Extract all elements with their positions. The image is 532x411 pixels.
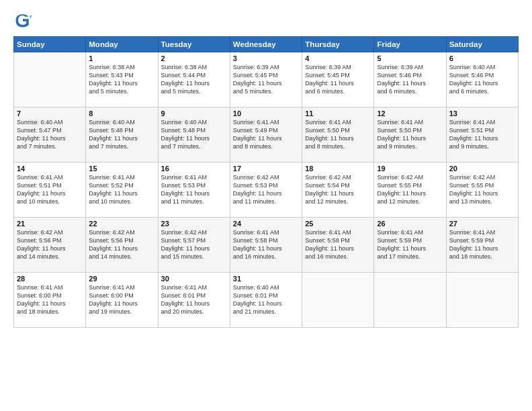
cell-info: Sunrise: 6:42 AM Sunset: 5:53 PM Dayligh… <box>233 173 299 206</box>
calendar-cell: 21Sunrise: 6:42 AM Sunset: 5:56 PM Dayli… <box>14 218 86 273</box>
cell-info: Sunrise: 6:38 AM Sunset: 5:43 PM Dayligh… <box>89 63 154 96</box>
day-number: 23 <box>161 220 227 228</box>
calendar-cell: 24Sunrise: 6:41 AM Sunset: 5:58 PM Dayli… <box>230 218 302 273</box>
calendar-cell <box>302 273 374 328</box>
calendar-cell: 20Sunrise: 6:42 AM Sunset: 5:55 PM Dayli… <box>446 163 518 218</box>
header-day-thursday: Thursday <box>302 37 374 52</box>
day-number: 18 <box>305 165 371 173</box>
calendar-cell: 2Sunrise: 6:38 AM Sunset: 5:44 PM Daylig… <box>158 52 230 107</box>
calendar-table: SundayMondayTuesdayWednesdayThursdayFrid… <box>13 36 519 328</box>
header-row: SundayMondayTuesdayWednesdayThursdayFrid… <box>14 37 519 52</box>
calendar-cell <box>446 273 518 328</box>
cell-info: Sunrise: 6:42 AM Sunset: 5:55 PM Dayligh… <box>449 173 515 206</box>
cell-info: Sunrise: 6:38 AM Sunset: 5:44 PM Dayligh… <box>161 63 227 96</box>
day-number: 26 <box>377 220 443 228</box>
header-day-saturday: Saturday <box>446 37 518 52</box>
page: SundayMondayTuesdayWednesdayThursdayFrid… <box>0 0 532 334</box>
calendar-cell: 14Sunrise: 6:41 AM Sunset: 5:51 PM Dayli… <box>14 163 86 218</box>
cell-info: Sunrise: 6:41 AM Sunset: 5:59 PM Dayligh… <box>449 228 515 261</box>
cell-info: Sunrise: 6:42 AM Sunset: 5:54 PM Dayligh… <box>305 173 371 206</box>
cell-info: Sunrise: 6:42 AM Sunset: 5:57 PM Dayligh… <box>161 228 227 261</box>
calendar-cell <box>374 273 446 328</box>
cell-info: Sunrise: 6:41 AM Sunset: 5:53 PM Dayligh… <box>161 173 227 206</box>
calendar-cell: 7Sunrise: 6:40 AM Sunset: 5:47 PM Daylig… <box>14 107 86 163</box>
calendar-cell: 1Sunrise: 6:38 AM Sunset: 5:43 PM Daylig… <box>86 52 158 107</box>
week-row-4: 21Sunrise: 6:42 AM Sunset: 5:56 PM Dayli… <box>14 218 519 273</box>
cell-info: Sunrise: 6:41 AM Sunset: 5:50 PM Dayligh… <box>305 118 371 151</box>
day-number: 13 <box>449 109 515 118</box>
week-row-2: 7Sunrise: 6:40 AM Sunset: 5:47 PM Daylig… <box>14 107 519 163</box>
cell-info: Sunrise: 6:41 AM Sunset: 6:00 PM Dayligh… <box>89 283 154 316</box>
calendar-cell: 29Sunrise: 6:41 AM Sunset: 6:00 PM Dayli… <box>86 273 158 328</box>
cell-info: Sunrise: 6:41 AM Sunset: 6:00 PM Dayligh… <box>17 283 83 316</box>
day-number: 29 <box>89 275 154 283</box>
day-number: 19 <box>377 165 443 173</box>
day-number: 4 <box>305 54 371 62</box>
calendar-cell: 28Sunrise: 6:41 AM Sunset: 6:00 PM Dayli… <box>14 273 86 328</box>
day-number: 31 <box>233 275 299 283</box>
cell-info: Sunrise: 6:39 AM Sunset: 5:46 PM Dayligh… <box>377 63 443 96</box>
cell-info: Sunrise: 6:41 AM Sunset: 5:59 PM Dayligh… <box>377 228 443 261</box>
header-day-tuesday: Tuesday <box>158 37 230 52</box>
day-number: 30 <box>161 275 227 283</box>
day-number: 21 <box>17 220 83 228</box>
cell-info: Sunrise: 6:40 AM Sunset: 5:46 PM Dayligh… <box>449 63 515 96</box>
calendar-cell: 26Sunrise: 6:41 AM Sunset: 5:59 PM Dayli… <box>374 218 446 273</box>
day-number: 2 <box>161 54 227 62</box>
calendar-cell: 19Sunrise: 6:42 AM Sunset: 5:55 PM Dayli… <box>374 163 446 218</box>
calendar-cell: 31Sunrise: 6:40 AM Sunset: 6:01 PM Dayli… <box>230 273 302 328</box>
day-number: 27 <box>449 220 515 228</box>
logo <box>13 11 35 30</box>
header-day-sunday: Sunday <box>14 37 86 52</box>
calendar-cell: 5Sunrise: 6:39 AM Sunset: 5:46 PM Daylig… <box>374 52 446 107</box>
day-number: 17 <box>233 165 299 173</box>
day-number: 1 <box>89 54 154 62</box>
calendar-cell: 22Sunrise: 6:42 AM Sunset: 5:56 PM Dayli… <box>86 218 158 273</box>
day-number: 25 <box>305 220 371 228</box>
calendar-cell <box>14 52 86 107</box>
cell-info: Sunrise: 6:41 AM Sunset: 5:49 PM Dayligh… <box>233 118 299 151</box>
calendar-cell: 30Sunrise: 6:41 AM Sunset: 6:01 PM Dayli… <box>158 273 230 328</box>
cell-info: Sunrise: 6:41 AM Sunset: 5:58 PM Dayligh… <box>233 228 299 261</box>
day-number: 10 <box>233 109 299 118</box>
week-row-1: 1Sunrise: 6:38 AM Sunset: 5:43 PM Daylig… <box>14 52 519 107</box>
day-number: 22 <box>89 220 154 228</box>
calendar-cell: 4Sunrise: 6:39 AM Sunset: 5:45 PM Daylig… <box>302 52 374 107</box>
calendar-cell: 10Sunrise: 6:41 AM Sunset: 5:49 PM Dayli… <box>230 107 302 163</box>
cell-info: Sunrise: 6:41 AM Sunset: 5:51 PM Dayligh… <box>17 173 83 206</box>
cell-info: Sunrise: 6:39 AM Sunset: 5:45 PM Dayligh… <box>305 63 371 96</box>
day-number: 5 <box>377 54 443 62</box>
header-day-wednesday: Wednesday <box>230 37 302 52</box>
week-row-5: 28Sunrise: 6:41 AM Sunset: 6:00 PM Dayli… <box>14 273 519 328</box>
cell-info: Sunrise: 6:42 AM Sunset: 5:56 PM Dayligh… <box>89 228 154 261</box>
cell-info: Sunrise: 6:41 AM Sunset: 5:50 PM Dayligh… <box>377 118 443 151</box>
day-number: 9 <box>161 109 227 118</box>
day-number: 28 <box>17 275 83 283</box>
calendar-cell: 27Sunrise: 6:41 AM Sunset: 5:59 PM Dayli… <box>446 218 518 273</box>
calendar-cell: 12Sunrise: 6:41 AM Sunset: 5:50 PM Dayli… <box>374 107 446 163</box>
day-number: 3 <box>233 54 299 62</box>
day-number: 12 <box>377 109 443 118</box>
calendar-cell: 3Sunrise: 6:39 AM Sunset: 5:45 PM Daylig… <box>230 52 302 107</box>
header-day-monday: Monday <box>86 37 158 52</box>
calendar-cell: 9Sunrise: 6:40 AM Sunset: 5:48 PM Daylig… <box>158 107 230 163</box>
cell-info: Sunrise: 6:40 AM Sunset: 5:48 PM Dayligh… <box>89 118 154 151</box>
calendar-cell: 25Sunrise: 6:41 AM Sunset: 5:58 PM Dayli… <box>302 218 374 273</box>
calendar-cell: 15Sunrise: 6:41 AM Sunset: 5:52 PM Dayli… <box>86 163 158 218</box>
calendar-cell: 18Sunrise: 6:42 AM Sunset: 5:54 PM Dayli… <box>302 163 374 218</box>
calendar-cell: 16Sunrise: 6:41 AM Sunset: 5:53 PM Dayli… <box>158 163 230 218</box>
day-number: 20 <box>449 165 515 173</box>
cell-info: Sunrise: 6:42 AM Sunset: 5:55 PM Dayligh… <box>377 173 443 206</box>
calendar-cell: 13Sunrise: 6:41 AM Sunset: 5:51 PM Dayli… <box>446 107 518 163</box>
cell-info: Sunrise: 6:41 AM Sunset: 5:51 PM Dayligh… <box>449 118 515 151</box>
week-row-3: 14Sunrise: 6:41 AM Sunset: 5:51 PM Dayli… <box>14 163 519 218</box>
calendar-cell: 17Sunrise: 6:42 AM Sunset: 5:53 PM Dayli… <box>230 163 302 218</box>
cell-info: Sunrise: 6:41 AM Sunset: 5:52 PM Dayligh… <box>89 173 154 206</box>
calendar-cell: 6Sunrise: 6:40 AM Sunset: 5:46 PM Daylig… <box>446 52 518 107</box>
logo-icon <box>13 11 32 30</box>
day-number: 24 <box>233 220 299 228</box>
calendar-cell: 11Sunrise: 6:41 AM Sunset: 5:50 PM Dayli… <box>302 107 374 163</box>
day-number: 6 <box>449 54 515 62</box>
day-number: 15 <box>89 165 154 173</box>
day-number: 11 <box>305 109 371 118</box>
